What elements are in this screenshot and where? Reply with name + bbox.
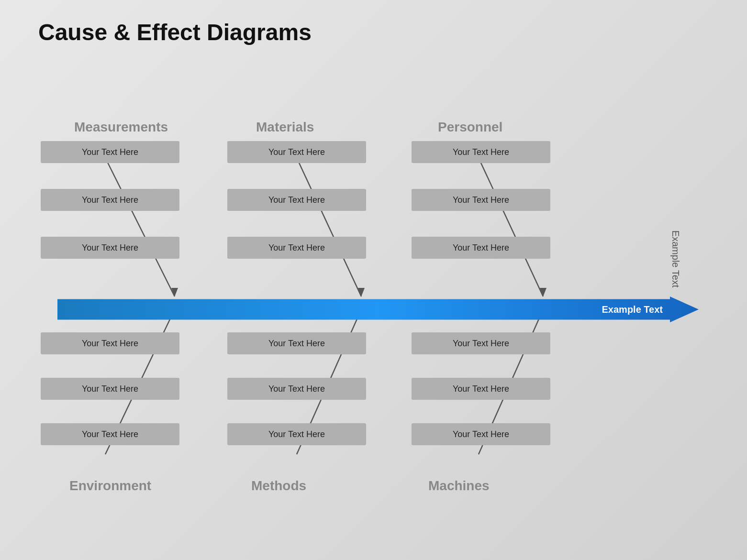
text-box-m1-2: Your Text Here xyxy=(41,189,179,211)
text-box-b2-3: Your Text Here xyxy=(227,423,366,445)
text-box-m3-2: Your Text Here xyxy=(412,189,550,211)
text-box-m1-1: Your Text Here xyxy=(41,141,179,163)
text-box-b3-2: Your Text Here xyxy=(412,378,550,400)
text-box-b1-2: Your Text Here xyxy=(41,378,179,400)
text-box-b3-3: Your Text Here xyxy=(412,423,550,445)
vertical-label: Example Text xyxy=(670,211,681,307)
cat-methods: Methods xyxy=(251,478,306,494)
text-box-b1-3: Your Text Here xyxy=(41,423,179,445)
diagram-container: Example Text Example Text Measurements M… xyxy=(29,62,718,531)
text-box-m2-3: Your Text Here xyxy=(227,237,366,259)
text-box-b1-1: Your Text Here xyxy=(41,332,179,354)
text-box-m2-1: Your Text Here xyxy=(227,141,366,163)
cat-personnel: Personnel xyxy=(438,120,502,135)
svg-marker-1 xyxy=(171,288,178,296)
text-box-m2-2: Your Text Here xyxy=(227,189,366,211)
svg-line-4 xyxy=(479,158,543,296)
svg-line-0 xyxy=(105,158,175,296)
spine-arrow: Example Text xyxy=(57,296,699,322)
spine-label: Example Text xyxy=(602,304,663,315)
text-box-m1-3: Your Text Here xyxy=(41,237,179,259)
text-box-m3-1: Your Text Here xyxy=(412,141,550,163)
text-box-m3-3: Your Text Here xyxy=(412,237,550,259)
page-title: Cause & Effect Diagrams xyxy=(38,19,312,45)
cat-environment: Environment xyxy=(69,478,151,494)
cat-machines: Machines xyxy=(428,478,490,494)
text-box-b3-1: Your Text Here xyxy=(412,332,550,354)
svg-line-2 xyxy=(297,158,361,296)
cat-materials: Materials xyxy=(256,120,314,135)
cat-measurements: Measurements xyxy=(74,120,168,135)
text-box-b2-2: Your Text Here xyxy=(227,378,366,400)
svg-marker-5 xyxy=(540,288,546,296)
svg-marker-3 xyxy=(358,288,365,296)
text-box-b2-1: Your Text Here xyxy=(227,332,366,354)
